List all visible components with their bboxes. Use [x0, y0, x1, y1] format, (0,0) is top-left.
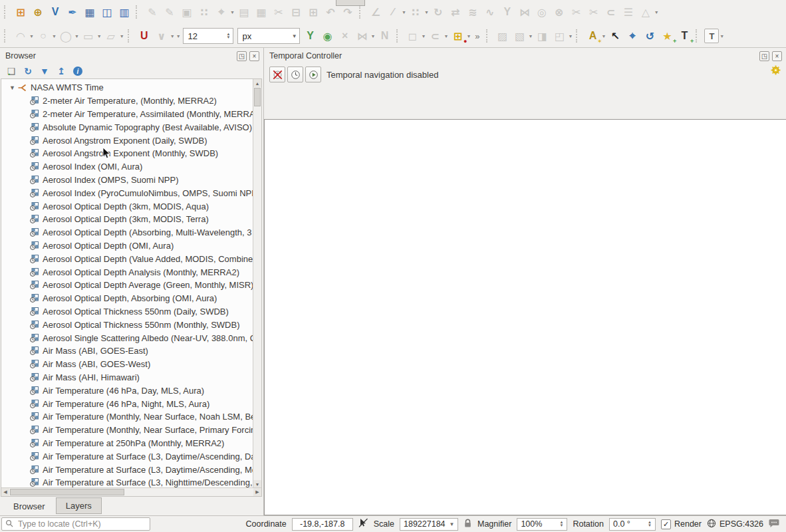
fixed-range-temporal-navigation-button[interactable] — [287, 66, 303, 82]
move-feature-icon[interactable]: ⇄ — [448, 4, 463, 20]
tab-layers[interactable]: Layers — [56, 497, 102, 514]
deselect-features-icon[interactable]: × — [337, 28, 353, 44]
measure-icon[interactable]: ∠ — [368, 4, 384, 20]
scroll-right-icon[interactable]: ▶ — [253, 488, 261, 496]
favorite-label-icon[interactable]: ★+ — [659, 28, 675, 44]
chevron-down-icon[interactable]: ▼ — [601, 34, 606, 39]
toolbar-overflow-chevron[interactable]: » — [475, 31, 479, 41]
add-mesh-layer-icon[interactable]: ◫ — [99, 4, 115, 20]
properties-widget-icon[interactable]: i — [72, 65, 84, 77]
chevron-down-icon[interactable]: ▼ — [97, 34, 102, 39]
vertex-tool-icon[interactable]: ⌖ — [213, 4, 229, 20]
attribute-table-icon[interactable]: ▦ — [253, 4, 269, 20]
crs-status-button[interactable]: EPSG:4326 — [707, 519, 763, 530]
tree-item[interactable]: Aerosol Optical Thickness 550nm (Daily, … — [1, 305, 253, 319]
rotation-spinbox[interactable]: 0.0 °▲▼ — [609, 518, 656, 531]
tree-item[interactable]: Air Temperature at Surface (L3, Daytime/… — [1, 450, 253, 463]
select-features-icon[interactable]: ⋈ — [354, 28, 370, 44]
map-hatch-icon[interactable]: ▨ — [495, 28, 511, 44]
tree-item[interactable]: Aerosol Index (OMI, Aura) — [1, 160, 253, 174]
text-annotation-icon[interactable]: T — [704, 29, 719, 43]
tree-item[interactable]: Air Mass (ABI, GOES-East) — [1, 344, 253, 358]
tree-item[interactable]: 2-meter Air Temperature, (Monthly, MERRA… — [1, 94, 253, 108]
vertical-scrollbar-thumb[interactable] — [254, 88, 261, 106]
zoom-full-globe-icon[interactable]: ◉ — [320, 28, 336, 44]
chevron-down-icon[interactable]: ▼ — [74, 34, 79, 39]
tree-item[interactable]: Air Temperature (Monthly, Near Surface, … — [1, 424, 253, 437]
scroll-left-icon[interactable]: ◀ — [1, 488, 9, 496]
tree-item[interactable]: Absolute Dynamic Topography (Best Availa… — [1, 120, 253, 134]
snapping-magnet-icon[interactable]: U — [136, 28, 152, 44]
filter-browser-icon[interactable]: ▼ — [39, 65, 51, 77]
tree-item[interactable]: Aerosol Optical Depth Average (Green, Mo… — [1, 279, 253, 292]
add-wmts-layer-icon[interactable]: ▥ — [116, 4, 132, 20]
vertical-scrollbar[interactable]: ▲ ▼ — [253, 79, 261, 488]
add-layer-globe-icon[interactable]: ⊕ — [30, 4, 46, 20]
add-text-icon[interactable]: T+ — [676, 28, 692, 44]
chevron-down-icon[interactable]: ▼ — [371, 34, 376, 39]
split-parts-icon[interactable]: ✂ — [586, 4, 602, 20]
add-vector-layer-icon[interactable]: V — [47, 4, 63, 20]
add-circle-icon[interactable]: ○ — [35, 28, 51, 44]
tree-item[interactable]: Aerosol Optical Depth (Absorbing, Multi-… — [1, 226, 253, 239]
tracing-options-dropdown[interactable]: ▼ — [176, 34, 181, 39]
horizontal-scrollbar[interactable]: ◀ ▶ — [1, 487, 261, 496]
save-edits-icon[interactable]: ▣ — [179, 4, 195, 20]
tree-item[interactable]: Air Temperature (46 hPa, Night, MLS, Aur… — [1, 397, 253, 410]
circular-string-icon[interactable]: ◠ — [13, 28, 29, 44]
tree-item[interactable]: Aerosol Angstrom Exponent (Daily, SWDB) — [1, 134, 253, 147]
stroke-width-spinbox[interactable]: 12▲▼ — [183, 28, 233, 44]
scale-combobox[interactable]: 189227184▼ — [400, 518, 458, 531]
pan-map-icon[interactable]: Y — [303, 28, 319, 44]
move-selection-icon[interactable]: ◻ — [405, 28, 421, 44]
redo-icon[interactable]: ↷ — [340, 4, 356, 20]
scroll-up-icon[interactable]: ▲ — [253, 79, 261, 87]
tree-item[interactable]: Aerosol Optical Depth (3km, MODIS, Terra… — [1, 213, 253, 226]
chevron-down-icon[interactable]: ▼ — [466, 34, 471, 39]
chevron-down-icon[interactable]: ▼ — [170, 34, 175, 39]
current-edits-icon[interactable]: ✎ — [144, 4, 160, 20]
zigzag-tool-icon[interactable]: N — [377, 28, 393, 44]
align-features-icon[interactable]: ☰ — [620, 4, 636, 20]
temporal-navigation-off-button[interactable] — [269, 66, 285, 82]
layer-labeling-icon[interactable]: A✶ — [585, 28, 600, 44]
float-panel-icon[interactable]: ◳ — [759, 51, 769, 61]
chevron-down-icon[interactable]: ▼ — [720, 34, 724, 39]
paste-features-icon[interactable]: ⊞ — [305, 4, 321, 20]
chevron-down-icon[interactable]: ▼ — [422, 34, 426, 39]
collapse-all-icon[interactable]: ↥ — [55, 65, 67, 77]
label-pointer-icon[interactable]: ↖ — [607, 28, 623, 44]
undo-icon[interactable]: ↶ — [323, 4, 338, 20]
render-checkbox[interactable]: ✓ — [661, 519, 671, 529]
tree-item[interactable]: Aerosol Optical Depth Analysis (Monthly,… — [1, 265, 253, 279]
delete-part-icon[interactable]: ⊗ — [551, 4, 567, 20]
tree-item[interactable]: Air Temperature (46 hPa, Day, MLS, Aura) — [1, 384, 253, 397]
toggle-editing-icon[interactable]: ✎ — [162, 4, 178, 20]
tree-item[interactable]: 2-meter Air Temperature, Assimilated (Mo… — [1, 108, 253, 121]
offset-curve-icon[interactable]: ≋ — [465, 4, 481, 20]
modify-attributes-icon[interactable]: ▤ — [236, 4, 252, 20]
copy-features-icon[interactable]: ⊟ — [288, 4, 304, 20]
chevron-down-icon[interactable]: ▼ — [654, 10, 659, 15]
chevron-down-icon[interactable]: ▼ — [29, 34, 34, 39]
messages-bubble-icon[interactable] — [769, 519, 779, 530]
tracing-icon[interactable]: ∨ — [154, 28, 170, 44]
tree-item[interactable]: Air Temperature at Surface (L3, Daytime/… — [1, 463, 253, 476]
add-record-icon[interactable]: ∷ — [196, 4, 212, 20]
chevron-down-icon[interactable]: ▼ — [402, 10, 406, 15]
cut-features-icon[interactable]: ✂ — [271, 4, 287, 20]
chevron-down-icon[interactable]: ▼ — [120, 34, 124, 39]
tree-item[interactable]: Aerosol Optical Depth (OMI, Aura) — [1, 239, 253, 253]
style-feather-icon[interactable]: ✒ — [65, 4, 80, 20]
add-selected-layers-icon[interactable]: ❏▪ — [5, 65, 17, 77]
split-features-icon[interactable]: Y — [499, 4, 515, 20]
measure-line-icon[interactable]: ∕ — [385, 4, 401, 20]
chevron-down-icon[interactable]: ▼ — [424, 10, 429, 15]
box-exchange-icon[interactable]: ◨ — [534, 28, 550, 44]
locate-search-input[interactable] — [1, 517, 150, 531]
merge-features-icon[interactable]: ⋈ — [517, 4, 533, 20]
horizontal-scrollbar-thumb[interactable] — [10, 489, 124, 495]
chevron-down-icon[interactable]: ▼ — [230, 10, 235, 15]
animated-temporal-navigation-button[interactable] — [305, 66, 321, 82]
rotate-labels-icon[interactable]: △ — [638, 4, 654, 20]
